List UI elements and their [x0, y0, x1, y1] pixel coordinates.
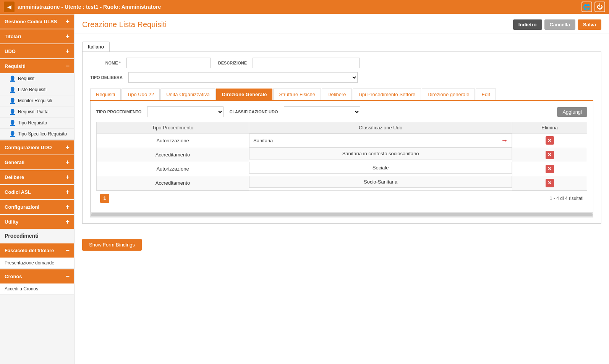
cell-tipo-procedimento: Accreditamento	[97, 176, 249, 190]
nome-input[interactable]	[126, 58, 211, 68]
sidebar-sub-presentazione-domande[interactable]: Presentazione domande	[0, 258, 74, 269]
tab-tipi-procedimento-settore[interactable]: Tipi Procedimento Settore	[353, 89, 421, 100]
aggiungi-button[interactable]: Aggiungi	[557, 107, 587, 117]
show-form-bindings-button[interactable]: Show Form Bindings	[82, 239, 142, 251]
sidebar-item-configurazioni[interactable]: Configurazioni +	[0, 200, 74, 214]
delete-row-button[interactable]: ✕	[546, 179, 554, 187]
sidebar-menu-requisiti-piatta[interactable]: 👤 Requisiti Piatta	[0, 106, 74, 118]
collapse-sidebar-button[interactable]: ◀	[4, 2, 15, 12]
form-area: Italiano NOME * DESCRIZIONE TIPO DELIBER…	[75, 34, 609, 231]
sidebar-item-cronos[interactable]: Cronos −	[0, 269, 74, 283]
delete-row-button[interactable]: ✕	[546, 165, 554, 173]
sidebar-item-requisiti[interactable]: Requisiti −	[0, 59, 74, 73]
sidebar-item-gestione-codici[interactable]: Gestione Codici ULSS +	[0, 14, 74, 29]
sidebar-item-fascicolo[interactable]: Fascicolo del titolare −	[0, 243, 74, 258]
tipo-procedimento-filter-select[interactable]	[147, 106, 224, 117]
nome-descrizione-row: NOME * DESCRIZIONE	[90, 58, 593, 68]
col-tipo-procedimento: Tipo Procedimento	[97, 122, 249, 134]
tipo-delibera-select[interactable]	[128, 72, 358, 83]
sidebar-menu-requisiti[interactable]: 👤 Requisiti	[0, 73, 74, 84]
sidebar-sub-accedi-cronos[interactable]: Accedi a Cronos	[0, 283, 74, 295]
cell-tipo-procedimento: Autorizzazione	[97, 134, 249, 148]
minus-icon: −	[65, 272, 70, 280]
classificazione-udo-filter-select[interactable]	[284, 106, 360, 117]
delete-row-button[interactable]: ✕	[546, 151, 554, 159]
sidebar-item-udo[interactable]: UDO +	[0, 44, 74, 58]
procedimenti-label: Procedimenti	[0, 229, 74, 243]
classificazione-udo-filter-label: CLASSIFICAZIONE UDO	[229, 110, 278, 114]
sidebar-menu-liste-requisiti[interactable]: 👤 Liste Requisiti	[0, 84, 74, 95]
topbar-left: ◀ amministrazione - Utente : test1 - Ruo…	[4, 2, 161, 12]
minus-icon: −	[65, 62, 70, 70]
descrizione-label: DESCRIZIONE	[216, 61, 247, 65]
plus-icon: +	[65, 32, 70, 40]
sidebar-menu-tipo-specifico-requisito[interactable]: 👤 Tipo Specifico Requisito	[0, 129, 74, 140]
row-arrow-indicator: →	[501, 137, 508, 145]
layout: Gestione Codici ULSS + Titolari + UDO + …	[0, 14, 609, 364]
plus-icon: +	[65, 143, 70, 151]
sidebar-item-configurazioni-udo[interactable]: Configurazioni UDO +	[0, 140, 74, 155]
tab-requisiti[interactable]: Requisiti	[90, 89, 121, 100]
cell-classificazione: Sanitaria→	[249, 134, 512, 148]
cell-elimina: ✕	[512, 148, 587, 162]
tab-direzione-generale[interactable]: Direzione Generale	[216, 89, 273, 100]
form-border: NOME * DESCRIZIONE TIPO DELIBERA Requisi…	[82, 52, 601, 224]
data-table: Tipo Procedimento Classificazione Udo El…	[96, 122, 587, 190]
person-icon: 👤	[9, 131, 16, 137]
sidebar-menu-monitor-requisiti[interactable]: 👤 Monitor Requisiti	[0, 95, 74, 106]
cell-tipo-procedimento: Autorizzazione	[97, 162, 249, 176]
scrollbar-track	[91, 213, 593, 216]
sidebar-item-titolari[interactable]: Titolari +	[0, 29, 74, 43]
tab-strutture-fisiche[interactable]: Strutture Fisiche	[273, 89, 321, 100]
cell-classificazione: Sociale	[249, 162, 512, 174]
tipo-procedimento-filter-label: TIPO PROCEDIMENTO	[96, 110, 141, 114]
topbar: ◀ amministrazione - Utente : test1 - Ruo…	[0, 0, 609, 14]
tab-content: TIPO PROCEDIMENTO CLASSIFICAZIONE UDO Ag…	[90, 101, 593, 212]
page-1-button[interactable]: 1	[100, 194, 109, 203]
sidebar-item-codici-asl[interactable]: Codici ASL +	[0, 185, 74, 199]
sidebar-item-delibere[interactable]: Delibere +	[0, 170, 74, 184]
tab-tipo-udo-22[interactable]: Tipo Udo 22	[121, 89, 160, 100]
tab-edif[interactable]: Edif	[476, 89, 496, 100]
cell-tipo-procedimento: Accreditamento	[97, 148, 249, 162]
globe-icon[interactable]: 🌐	[581, 2, 592, 12]
save-button[interactable]: Salva	[578, 19, 601, 30]
plus-icon: +	[65, 188, 70, 196]
cell-classificazione: Socio-Sanitaria	[249, 176, 512, 188]
language-tab[interactable]: Italiano	[82, 42, 110, 52]
tab-direzione-generale-2[interactable]: Direzione generale	[422, 89, 475, 100]
plus-icon: +	[65, 203, 70, 211]
cell-classificazione: Sanitaria in contesto sociosanitario	[249, 148, 512, 159]
pagination-info: 1 - 4 di 4 risultati	[550, 196, 583, 201]
topbar-title: amministrazione - Utente : test1 - Ruolo…	[18, 4, 161, 10]
back-button[interactable]: Indietro	[513, 19, 542, 30]
page-title: Creazione Lista Requisiti	[82, 20, 167, 29]
sidebar-menu-tipo-requisito[interactable]: 👤 Tipo Requisito	[0, 118, 74, 129]
tipo-delibera-label: TIPO DELIBERA	[90, 75, 123, 80]
tabs-bar: Requisiti Tipo Udo 22 Unità Organizzativ…	[90, 89, 593, 101]
pagination-row: 1 1 - 4 di 4 risultati	[96, 190, 587, 206]
cancel-button[interactable]: Cancella	[544, 19, 575, 30]
sidebar-item-generali[interactable]: Generali +	[0, 155, 74, 169]
cell-elimina: ✕	[512, 134, 587, 148]
descrizione-input[interactable]	[253, 58, 360, 68]
table-row: AccreditamentoSanitaria in contesto soci…	[97, 148, 587, 162]
sidebar: Gestione Codici ULSS + Titolari + UDO + …	[0, 14, 75, 364]
cell-elimina: ✕	[512, 176, 587, 190]
sidebar-item-utility[interactable]: Utility +	[0, 215, 74, 229]
cell-elimina: ✕	[512, 162, 587, 176]
horizontal-scrollbar[interactable]	[90, 212, 593, 217]
tab-delibere[interactable]: Delibere	[322, 89, 351, 100]
main-header: Creazione Lista Requisiti Indietro Cance…	[75, 14, 609, 34]
tab-unita-organizzativa[interactable]: Unità Organizzativa	[160, 89, 215, 100]
delete-row-button[interactable]: ✕	[546, 136, 554, 145]
table-row: AutorizzazioneSanitaria→✕	[97, 134, 587, 148]
main-content: Creazione Lista Requisiti Indietro Cance…	[75, 14, 609, 364]
table-row: AutorizzazioneSociale✕	[97, 162, 587, 176]
person-icon: 👤	[9, 98, 16, 104]
plus-icon: +	[65, 173, 70, 181]
col-elimina: Elimina	[512, 122, 587, 134]
power-icon[interactable]: ⏻	[594, 2, 605, 12]
plus-icon: +	[65, 47, 70, 55]
plus-icon: +	[65, 18, 70, 26]
